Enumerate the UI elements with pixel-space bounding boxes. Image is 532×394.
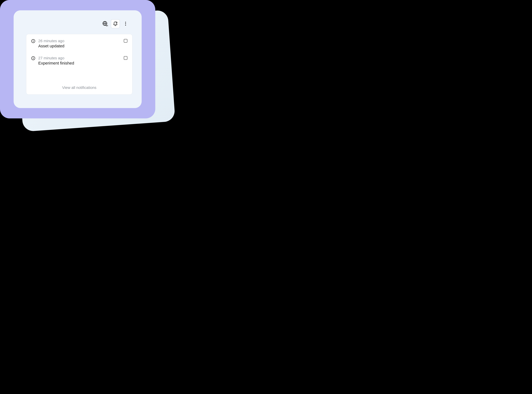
notification-time: 27 minutes ago xyxy=(38,56,121,60)
notification-checkbox[interactable] xyxy=(124,56,127,60)
notification-checkbox[interactable] xyxy=(124,39,127,43)
svg-point-6 xyxy=(125,25,126,26)
inner-card: EN xyxy=(14,10,142,108)
notification-item[interactable]: 27 minutes ago Experiment finished xyxy=(31,56,127,73)
svg-point-8 xyxy=(33,40,33,41)
svg-point-5 xyxy=(125,23,126,24)
bell-icon xyxy=(113,21,118,27)
language-button[interactable]: EN xyxy=(102,21,108,27)
notifications-panel: 26 minutes ago Asset updated 27 minutes … xyxy=(26,34,132,95)
globe-icon: EN xyxy=(102,21,108,27)
info-icon xyxy=(31,56,35,61)
more-vertical-icon xyxy=(124,21,128,26)
notifications-button[interactable] xyxy=(111,19,120,28)
notification-item[interactable]: 26 minutes ago Asset updated xyxy=(31,39,127,56)
notification-title: Asset updated xyxy=(38,44,121,48)
notifications-footer: View all notifications xyxy=(31,85,127,94)
view-all-notifications-link[interactable]: View all notifications xyxy=(62,85,96,90)
notification-time: 26 minutes ago xyxy=(38,39,121,43)
notification-content: 27 minutes ago Experiment finished xyxy=(38,56,121,65)
outer-card: EN xyxy=(0,0,155,118)
notification-title: Experiment finished xyxy=(38,61,121,65)
info-icon xyxy=(31,39,35,44)
toolbar: EN xyxy=(102,19,129,28)
more-menu-button[interactable] xyxy=(122,21,129,27)
svg-point-3 xyxy=(116,22,117,23)
svg-point-11 xyxy=(33,57,33,58)
notification-content: 26 minutes ago Asset updated xyxy=(38,39,121,48)
language-code: EN xyxy=(106,25,108,26)
svg-point-4 xyxy=(125,22,126,23)
